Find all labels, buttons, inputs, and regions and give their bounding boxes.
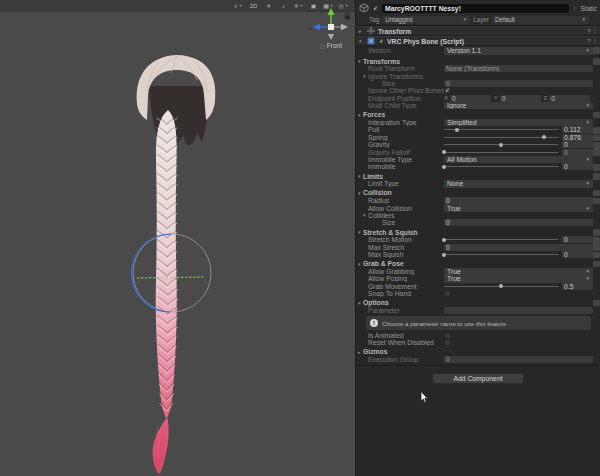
stretch-motion-label: Stretch Motion xyxy=(356,236,444,243)
gravity-value-field[interactable]: 0 xyxy=(562,141,593,148)
ignore-other-phys-bones-checkbox[interactable]: ✓ xyxy=(444,87,451,94)
gravity-falloff-slider[interactable] xyxy=(444,149,558,156)
execution-group-label: Execution Group xyxy=(356,356,444,363)
max-squish-value-field[interactable]: 0 xyxy=(562,251,593,258)
y-axis-cone[interactable] xyxy=(328,8,335,15)
row-size: Size0 xyxy=(356,80,593,87)
max-stretch-field[interactable]: 0 xyxy=(444,244,593,251)
radius-curve-button[interactable] xyxy=(593,198,600,205)
max-stretch-curve-button[interactable] xyxy=(593,244,600,251)
spring-slider[interactable] xyxy=(444,134,558,141)
allow-collision-dropdown[interactable]: True▼ xyxy=(444,204,593,212)
scene-view[interactable]: ◐▼2D☀♪✳▼▣▦▼◎▼ z ▢Front xyxy=(0,0,355,476)
row-options: ▾ Options xyxy=(356,299,593,307)
foldout-open-icon[interactable]: ▾ xyxy=(359,38,364,44)
component-enabled-checkbox[interactable]: ✓ xyxy=(378,38,384,44)
allow-grabbing-dropdown[interactable]: True▼ xyxy=(444,268,593,276)
row-is-animated: Is Animated xyxy=(356,332,593,339)
row-endpoint-position: Endpoint PositionX 0Y 0Z 0 xyxy=(356,95,593,102)
stretch-squish-curve-button[interactable] xyxy=(593,229,600,236)
limit-type-dropdown[interactable]: None▼ xyxy=(444,180,593,188)
row-allow-posing: Allow PosingTrue▼ xyxy=(356,275,593,282)
size-field[interactable]: 0 xyxy=(444,80,593,87)
max-squish-curve-button[interactable] xyxy=(593,252,600,259)
gameobject-name-field[interactable]: MarcyROOTTTT Nessy! xyxy=(382,4,569,13)
layer-dropdown[interactable]: Default▼ xyxy=(492,16,589,24)
grab-movement-slider[interactable] xyxy=(444,283,558,290)
grab-pose-curve-button[interactable] xyxy=(593,261,600,268)
snap-to-hand-checkbox[interactable] xyxy=(444,290,451,297)
transform-component-header[interactable]: ▸ Transform ?⫶ xyxy=(356,26,600,36)
forces-curve-button[interactable] xyxy=(593,112,600,119)
radius-field[interactable]: 0 xyxy=(444,197,593,204)
gravity-falloff-value-field[interactable]: 0 xyxy=(562,149,593,156)
z-axis-cone[interactable] xyxy=(313,24,320,31)
pull-value-field[interactable]: 0.112 xyxy=(562,126,593,133)
row-helpbox: ! Choose a parameter name to use this fe… xyxy=(356,314,593,332)
integration-type-dropdown[interactable]: Simplified▼ xyxy=(444,119,593,127)
stretch-motion-value-field[interactable]: 0 xyxy=(562,236,593,243)
context-menu-icon[interactable]: ⫶ xyxy=(594,38,596,45)
immobile-type-dropdown[interactable]: All Motion▼ xyxy=(444,156,593,164)
static-checkbox[interactable] xyxy=(572,5,578,11)
spring-label: Spring xyxy=(356,134,444,141)
endpoint-position-z-field[interactable]: 0 xyxy=(549,95,590,102)
max-squish-slider[interactable] xyxy=(444,251,558,258)
script-icon xyxy=(367,37,375,45)
size-field[interactable]: 0 xyxy=(444,219,593,226)
row-forces: ▾ Forces xyxy=(356,111,593,119)
gizmo-center-cube[interactable] xyxy=(328,24,334,30)
integration-type-label: Integration Type xyxy=(356,119,444,126)
gravity-falloff-curve-button[interactable] xyxy=(593,149,600,156)
endpoint-position-x-field[interactable]: 0 xyxy=(450,95,491,102)
audio-toggle-icon[interactable]: ♪ xyxy=(277,1,290,11)
tag-dropdown[interactable]: Untagged▼ xyxy=(382,16,470,24)
reset-when-disabled-checkbox[interactable] xyxy=(444,339,451,346)
options-curve-button[interactable] xyxy=(593,300,600,307)
version-dropdown[interactable]: Version 1.1▼ xyxy=(444,47,593,55)
down-axis-cone[interactable] xyxy=(328,34,334,40)
context-menu-icon[interactable]: ⫶ xyxy=(594,28,596,35)
gameobject-active-checkbox[interactable]: ✓ xyxy=(372,5,379,12)
immobile-slider[interactable] xyxy=(444,163,558,170)
add-component-button[interactable]: Add Component xyxy=(432,373,524,384)
pull-slider[interactable] xyxy=(444,126,558,133)
physbone-component-header[interactable]: ▾ ✓ VRC Phys Bone (Script) ?⫶ xyxy=(356,36,600,46)
root-transform-field[interactable]: None (Transform) xyxy=(444,65,593,72)
stretch-motion-slider[interactable] xyxy=(444,236,558,243)
spring-curve-button[interactable] xyxy=(593,135,600,142)
spring-value-field[interactable]: 0.876 xyxy=(562,134,593,141)
multi-child-type-dropdown[interactable]: Ignore▼ xyxy=(444,102,593,110)
pull-curve-button[interactable] xyxy=(593,127,600,134)
limits-curve-button[interactable] xyxy=(593,173,600,180)
version-curve-button[interactable] xyxy=(593,47,600,54)
is-animated-label: Is Animated xyxy=(356,332,444,339)
help-icon[interactable]: ? xyxy=(587,38,590,45)
chevron-down-icon: ▼ xyxy=(463,17,467,22)
lighting-toggle-icon[interactable]: ☀ xyxy=(262,1,275,11)
2d-toggle-icon[interactable]: 2D xyxy=(247,1,260,11)
collision-curve-button[interactable] xyxy=(593,190,600,197)
gravity-curve-button[interactable] xyxy=(593,142,600,149)
is-animated-checkbox[interactable] xyxy=(444,332,451,339)
endpoint-position-y-field[interactable]: 0 xyxy=(500,95,541,102)
transforms-curve-button[interactable] xyxy=(593,58,600,65)
scene-view-toolbar: ◐▼2D☀♪✳▼▣▦▼◎▼ xyxy=(0,0,355,12)
gravity-slider[interactable] xyxy=(444,141,558,148)
parameter-field[interactable] xyxy=(444,307,593,314)
immobile-curve-button[interactable] xyxy=(593,164,600,171)
help-icon[interactable]: ? xyxy=(587,28,590,35)
allow-posing-dropdown[interactable]: True▼ xyxy=(444,275,593,283)
limit-type-label: Limit Type xyxy=(356,180,444,187)
stretch-motion-curve-button[interactable] xyxy=(593,237,600,244)
foldout-collapsed-icon[interactable]: ▸ xyxy=(359,28,364,34)
shading-mode-icon[interactable]: ◐▼ xyxy=(232,1,245,11)
effects-toggle-icon[interactable]: ✳▼ xyxy=(292,1,305,11)
x-axis-cone[interactable] xyxy=(341,24,348,30)
row-ignore-other-phys-bones: Ignore Other Phys Bones✓ xyxy=(356,87,593,94)
view-orientation-label[interactable]: ▢Front xyxy=(308,42,354,49)
immobile-value-field[interactable]: 0 xyxy=(562,163,593,170)
grab-movement-value-field[interactable]: 0.5 xyxy=(562,283,593,290)
lock-icon[interactable] xyxy=(344,12,351,20)
execution-group-field[interactable]: 0 xyxy=(444,356,593,363)
